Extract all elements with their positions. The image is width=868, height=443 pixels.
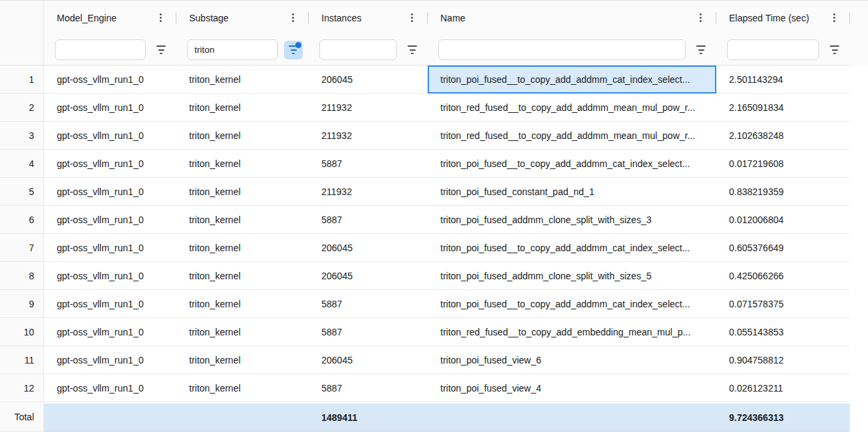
cell-model-engine[interactable]: gpt-oss_vllm_run1_0: [44, 234, 176, 262]
column-header-name[interactable]: Name: [428, 1, 716, 35]
cell-elapsed-time[interactable]: 0.012006804: [716, 206, 850, 234]
cell-elapsed-time[interactable]: 0.055143853: [716, 318, 850, 346]
substage-filter-input[interactable]: [187, 39, 278, 60]
cell-elapsed-time[interactable]: 0.605376649: [716, 234, 850, 262]
cell-model-engine[interactable]: gpt-oss_vllm_run1_0: [44, 122, 176, 150]
cell-instances[interactable]: 5887: [309, 150, 428, 178]
cell-substage[interactable]: triton_kernel: [176, 178, 309, 206]
cell-name[interactable]: triton_poi_fused_addmm_clone_split_with_…: [428, 262, 716, 290]
table-row: 4 gpt-oss_vllm_run1_0 triton_kernel 5887…: [0, 150, 850, 178]
model-engine-filter-input[interactable]: [55, 39, 146, 60]
cell-substage[interactable]: triton_kernel: [176, 94, 309, 122]
filter-cell-model-engine: [44, 35, 176, 65]
cell-name[interactable]: triton_poi_fused_view_4: [428, 374, 716, 402]
filter-icon[interactable]: [403, 41, 422, 59]
filter-icon[interactable]: [692, 41, 710, 59]
cell-model-engine[interactable]: gpt-oss_vllm_run1_0: [44, 374, 176, 402]
column-header-substage[interactable]: Substage: [176, 1, 309, 35]
cell-name[interactable]: triton_poi_fused__to_copy_add_addmm_cat_…: [428, 150, 716, 178]
cell-substage[interactable]: triton_kernel: [176, 346, 309, 374]
cell-model-engine[interactable]: gpt-oss_vllm_run1_0: [44, 178, 176, 206]
column-menu-icon[interactable]: [405, 11, 418, 25]
cell-instances[interactable]: 5887: [309, 290, 428, 318]
cell-instances[interactable]: 206045: [309, 234, 428, 262]
cell-name-selected[interactable]: triton_poi_fused__to_copy_add_addmm_cat_…: [428, 65, 716, 94]
total-elapsed-time: 9.724366313: [716, 402, 850, 432]
cell-elapsed-time[interactable]: 0.838219359: [716, 178, 850, 206]
cell-substage[interactable]: triton_kernel: [176, 374, 309, 402]
cell-elapsed-time[interactable]: 0.425066266: [716, 262, 850, 290]
cell-model-engine[interactable]: gpt-oss_vllm_run1_0: [44, 206, 176, 234]
cell-model-engine[interactable]: gpt-oss_vllm_run1_0: [44, 94, 176, 122]
cell-substage[interactable]: triton_kernel: [176, 234, 309, 262]
cell-instances[interactable]: 206045: [309, 262, 428, 290]
column-menu-icon[interactable]: [286, 11, 299, 25]
cell-name[interactable]: triton_red_fused__to_copy_add_addmm_mean…: [428, 94, 716, 122]
filter-icon[interactable]: [825, 41, 844, 59]
row-number: 1: [0, 65, 44, 94]
cell-model-engine[interactable]: gpt-oss_vllm_run1_0: [44, 346, 176, 374]
elapsed-time-filter-input[interactable]: [727, 39, 819, 60]
row-number: 10: [0, 318, 44, 346]
cell-model-engine[interactable]: gpt-oss_vllm_run1_0: [44, 262, 176, 290]
cell-instances[interactable]: 5887: [309, 374, 428, 402]
kebab-icon: [411, 17, 413, 19]
cell-instances[interactable]: 206045: [309, 346, 428, 374]
data-grid: Model_Engine Substage Instances Name Ela…: [0, 0, 868, 443]
cell-name[interactable]: triton_red_fused__to_copy_add_embedding_…: [428, 318, 716, 346]
grid-header: Model_Engine Substage Instances Name Ela…: [0, 0, 868, 65]
table-row: 10 gpt-oss_vllm_run1_0 triton_kernel 588…: [0, 318, 850, 346]
cell-substage[interactable]: triton_kernel: [176, 65, 309, 94]
row-number: 6: [0, 206, 44, 234]
filter-icon[interactable]: [152, 41, 170, 59]
column-header-model-engine[interactable]: Model_Engine: [44, 1, 176, 35]
cell-substage[interactable]: triton_kernel: [176, 290, 309, 318]
row-number: 12: [0, 374, 44, 402]
cell-name[interactable]: triton_poi_fused_addmm_clone_split_with_…: [428, 206, 716, 234]
total-row: Total 1489411 9.724366313: [0, 402, 850, 432]
cell-model-engine[interactable]: gpt-oss_vllm_run1_0: [44, 150, 176, 178]
cell-instances[interactable]: 211932: [309, 122, 428, 150]
cell-elapsed-time[interactable]: 2.102638248: [716, 122, 850, 150]
cell-model-engine[interactable]: gpt-oss_vllm_run1_0: [44, 65, 176, 94]
filter-active-icon[interactable]: [284, 41, 303, 59]
cell-instances[interactable]: 5887: [309, 206, 428, 234]
cell-instances[interactable]: 211932: [309, 94, 428, 122]
cell-substage[interactable]: triton_kernel: [176, 150, 309, 178]
cell-name[interactable]: triton_poi_fused_view_6: [428, 346, 716, 374]
header-row: Model_Engine Substage Instances Name Ela…: [0, 1, 850, 35]
column-menu-icon[interactable]: [694, 11, 707, 25]
cell-substage[interactable]: triton_kernel: [176, 262, 309, 290]
cell-instances[interactable]: 5887: [309, 318, 428, 346]
cell-elapsed-time[interactable]: 0.017219608: [716, 150, 850, 178]
column-header-elapsed-time[interactable]: Elapsed Time (sec): [716, 1, 850, 35]
column-label: Model_Engine: [57, 13, 154, 23]
cell-model-engine[interactable]: gpt-oss_vllm_run1_0: [44, 318, 176, 346]
name-filter-input[interactable]: [438, 39, 686, 60]
column-menu-icon[interactable]: [154, 11, 167, 25]
column-menu-icon[interactable]: [827, 11, 841, 25]
cell-substage[interactable]: triton_kernel: [176, 206, 309, 234]
cell-name[interactable]: triton_poi_fused__to_copy_add_addmm_cat_…: [428, 234, 716, 262]
cell-instances[interactable]: 211932: [309, 178, 428, 206]
cell-substage[interactable]: triton_kernel: [176, 122, 309, 150]
cell-elapsed-time[interactable]: 0.904758812: [716, 346, 850, 374]
cell-elapsed-time[interactable]: 2.165091834: [716, 94, 850, 122]
cell-name[interactable]: triton_red_fused__to_copy_add_addmm_mean…: [428, 122, 716, 150]
cell-name[interactable]: triton_poi_fused__to_copy_add_addmm_cat_…: [428, 290, 716, 318]
column-label: Instances: [321, 13, 405, 23]
cell-name[interactable]: triton_poi_fused_constant_pad_nd_1: [428, 178, 716, 206]
table-row: 1 gpt-oss_vllm_run1_0 triton_kernel 2060…: [0, 65, 850, 94]
cell-instances[interactable]: 206045: [309, 65, 428, 94]
cell-model-engine[interactable]: gpt-oss_vllm_run1_0: [44, 290, 176, 318]
filter-cell-name: [428, 35, 716, 65]
kebab-icon: [833, 17, 835, 19]
instances-filter-input[interactable]: [319, 39, 397, 60]
table-row: 6 gpt-oss_vllm_run1_0 triton_kernel 5887…: [0, 206, 850, 234]
cell-elapsed-time[interactable]: 2.501143294: [716, 65, 850, 94]
cell-elapsed-time[interactable]: 0.026123211: [716, 374, 850, 402]
filter-row: [0, 35, 850, 65]
cell-substage[interactable]: triton_kernel: [176, 318, 309, 346]
column-header-instances[interactable]: Instances: [309, 1, 428, 35]
cell-elapsed-time[interactable]: 0.071578375: [716, 290, 850, 318]
